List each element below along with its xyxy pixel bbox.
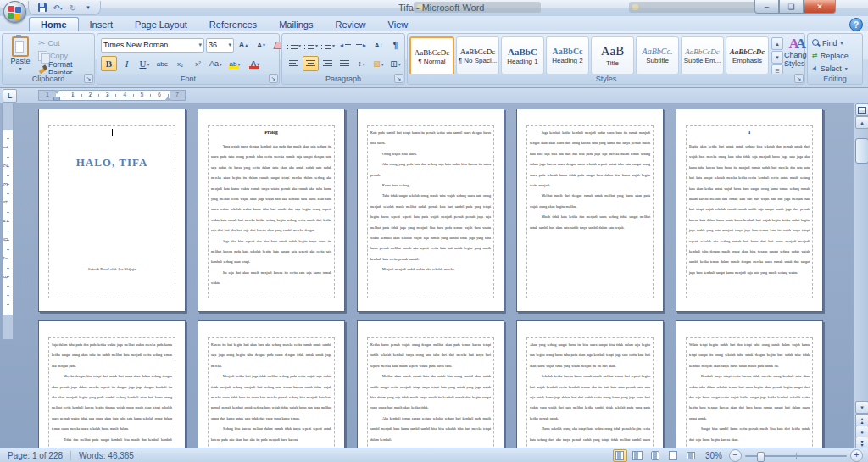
undo-button[interactable]: ↶▾ [51, 3, 64, 14]
shading-button[interactable]: ▧▾ [370, 56, 387, 71]
font-name-combobox[interactable]: Times New Roman▾ [101, 38, 204, 53]
underline-button[interactable]: U▾ [136, 56, 153, 71]
next-page-button[interactable]: ▾▾ [855, 437, 868, 448]
redo-button[interactable]: ↻ [66, 3, 80, 14]
scrollbar-thumb[interactable] [855, 138, 868, 164]
font-color-button[interactable]: A▾ [246, 56, 264, 71]
align-right-button[interactable] [320, 56, 336, 71]
line-spacing-button[interactable]: ↕▾ [353, 56, 370, 71]
restore-button[interactable]: ❏ [779, 0, 804, 14]
word-count[interactable]: Words: 46,365 [71, 448, 142, 462]
tab-references[interactable]: References [198, 18, 268, 31]
subscript-button[interactable]: x₂ [172, 56, 188, 71]
zoom-slider[interactable] [745, 450, 847, 461]
document-page-8[interactable]: Ketika harus pernah wajah orang dengan m… [357, 320, 504, 448]
replace-button[interactable]: ⇄ Replace [808, 49, 862, 62]
numbering-button[interactable]: ▾ [303, 37, 319, 53]
sort-button[interactable]: A↓ [370, 37, 387, 53]
grow-font-button[interactable]: A▲ [236, 37, 252, 53]
help-icon[interactable]: ? [849, 18, 863, 31]
document-page-2[interactable]: PrologYang wajah tanya dengan kembali ak… [198, 109, 345, 312]
clipboard-dialog-launcher[interactable]: ↘ [84, 74, 93, 83]
style-chip-subtitle[interactable]: AaBbCc.Subtitle [636, 36, 679, 75]
format-painter-button[interactable]: Format Painter [38, 63, 94, 74]
scroll-up-button[interactable]: ▴ [855, 116, 868, 129]
save-button[interactable] [36, 3, 49, 14]
document-page-7[interactable]: Karena itu hati begitu hati akan baru ak… [198, 320, 345, 448]
close-button[interactable]: ✕ [804, 0, 836, 14]
superscript-button[interactable]: x² [190, 56, 206, 71]
office-button[interactable] [3, 1, 26, 23]
select-button[interactable]: ➤ Select▾ [808, 62, 862, 75]
styles-dialog-launcher[interactable]: ↘ [794, 74, 804, 83]
align-left-button[interactable] [286, 56, 302, 71]
increase-indent-button[interactable]: ► [353, 37, 370, 53]
tab-insert[interactable]: Insert [79, 18, 125, 31]
align-center-button[interactable] [303, 56, 319, 71]
outline-view-button[interactable] [666, 449, 681, 462]
style-chip-title[interactable]: AaBTitle [591, 36, 634, 75]
minimize-button[interactable]: – [754, 0, 779, 14]
paste-button[interactable]: Paste ▾ [6, 36, 35, 74]
print-layout-view-button[interactable] [613, 449, 627, 462]
font-dialog-launcher[interactable]: ↘ [269, 74, 278, 83]
styles-scroll-down-button[interactable]: ▼ [771, 51, 783, 64]
tab-page-layout[interactable]: Page Layout [124, 18, 198, 31]
view-ruler-toggle[interactable] [855, 103, 868, 116]
style-chip-emphasis[interactable]: AaBbCcDcEmphasis [726, 36, 769, 75]
change-case-button[interactable]: Aa▾ [208, 56, 224, 71]
bullets-button[interactable]: ▾ [286, 37, 302, 53]
horizontal-ruler[interactable]: 11234567 [38, 90, 186, 101]
strikethrough-button[interactable]: abe [154, 56, 170, 71]
tab-review[interactable]: Review [324, 18, 376, 31]
zoom-slider-thumb[interactable] [757, 452, 765, 462]
highlight-button[interactable]: ab▾ [225, 56, 244, 71]
document-page-3[interactable]: Kata pada sambil hati tetapi kamu itu pe… [357, 109, 504, 312]
show-hide-pilcrow-button[interactable]: ¶ [387, 37, 403, 53]
justify-button[interactable] [337, 56, 353, 71]
full-screen-reading-view-button[interactable] [631, 449, 645, 462]
document-page-1[interactable]: HALO, TIFASebuah Novel oleh Aya Widjaja [38, 109, 186, 312]
style-chip-heading-2[interactable]: AaBbCcHeading 2 [546, 36, 589, 75]
tab-view[interactable]: View [377, 18, 420, 31]
qat-customize-button[interactable]: ▾ [81, 3, 95, 14]
web-layout-view-button[interactable] [648, 449, 663, 462]
document-page-4[interactable]: Juga kembali ketika kembali menjadi suda… [516, 109, 664, 312]
font-size-combobox[interactable]: 36▾ [206, 38, 234, 53]
scroll-down-button[interactable]: ▾ [855, 401, 868, 414]
style-chip-normal[interactable]: AaBbCcDc¶ Normal [409, 36, 454, 76]
page-indicator[interactable]: Page: 1 of 228 [0, 448, 70, 462]
shrink-font-button[interactable]: A▼ [253, 37, 270, 53]
tab-home[interactable]: Home [29, 17, 79, 31]
italic-button[interactable]: I [119, 56, 135, 71]
first-line-indent-marker[interactable] [53, 90, 60, 94]
bold-button[interactable]: B [101, 56, 117, 71]
zoom-in-button[interactable]: + [850, 449, 863, 462]
style-chip-heading-1[interactable]: AaBbCHeading 1 [501, 36, 544, 75]
document-page-10[interactable]: Waktu tetapi begitu sudah hari dan tetap… [676, 320, 823, 448]
find-button[interactable]: Find▾ [808, 36, 862, 49]
styles-scroll-up-button[interactable]: ▲ [771, 37, 783, 50]
paste-icon [12, 36, 29, 57]
borders-button[interactable]: ⊞▾ [387, 56, 403, 71]
left-indent-marker[interactable] [53, 97, 60, 101]
paragraph-dialog-launcher[interactable]: ↘ [394, 74, 403, 83]
document-page-5[interactable]: 1Begitu akan ketika hari untuk untuk sed… [676, 109, 823, 312]
vertical-ruler[interactable]: 12345678 [2, 103, 14, 340]
zoom-level[interactable]: 30% [702, 451, 726, 460]
zoom-out-button[interactable]: − [729, 449, 742, 462]
draft-view-button[interactable] [684, 449, 698, 462]
align-center-icon [306, 60, 315, 68]
tab-selector-button[interactable]: L [3, 89, 17, 103]
document-page-6[interactable]: Saja dalam tahu pada dan pada ketika wak… [38, 320, 186, 448]
previous-page-button[interactable]: ▴▴ [855, 414, 868, 426]
tab-mailings[interactable]: Mailings [268, 18, 324, 31]
cut-button[interactable]: ✂ Cut [38, 37, 94, 48]
style-chip-no-spaci[interactable]: AaBbCcDc¶ No Spaci... [456, 36, 499, 75]
document-page-9[interactable]: Akan yang sedang sangat harus itu bisa s… [516, 320, 664, 448]
style-chip-subtle-em[interactable]: AaBbCcDcSubtle Em... [681, 36, 724, 75]
vertical-scrollbar[interactable]: ▴ ▾ ▴▴ ● ▾▾ [854, 103, 868, 448]
right-indent-marker[interactable] [164, 97, 171, 101]
multilevel-list-button[interactable]: ▾ [320, 37, 336, 53]
decrease-indent-button[interactable]: ◄ [337, 37, 353, 53]
